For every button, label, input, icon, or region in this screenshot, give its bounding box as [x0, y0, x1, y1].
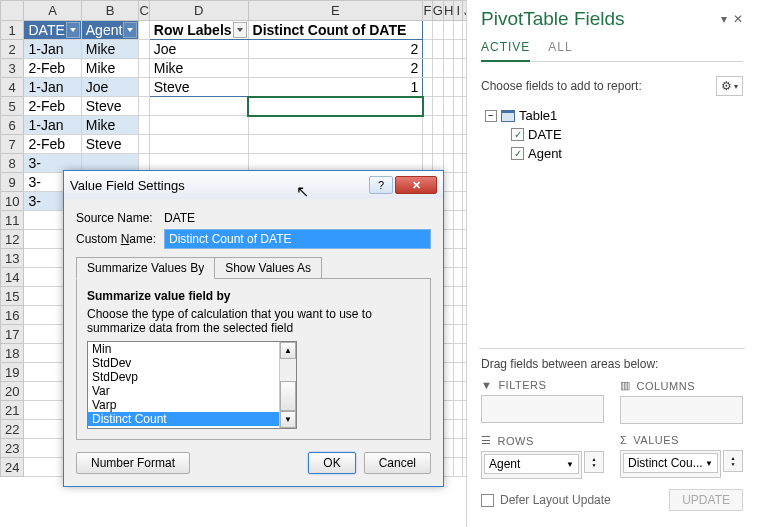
cell[interactable]	[423, 97, 433, 116]
row-header[interactable]: 11	[1, 211, 24, 230]
cell[interactable]	[149, 116, 248, 135]
cell[interactable]	[454, 230, 463, 249]
tree-table-node[interactable]: − Table1	[481, 106, 743, 125]
row-header[interactable]: 12	[1, 230, 24, 249]
listbox-item[interactable]: Min	[88, 342, 296, 356]
row-header[interactable]: 18	[1, 344, 24, 363]
rows-reorder-button[interactable]: ▲▼	[584, 451, 604, 473]
tab-all[interactable]: ALL	[548, 40, 572, 61]
tools-button[interactable]: ⚙▾	[716, 76, 743, 96]
cell[interactable]	[139, 97, 149, 116]
cell[interactable]	[454, 363, 463, 382]
cell[interactable]	[454, 21, 463, 40]
listbox-item[interactable]: Varp	[88, 398, 296, 412]
cell[interactable]	[443, 439, 453, 458]
col-header[interactable]: H	[443, 1, 453, 21]
cell[interactable]	[149, 135, 248, 154]
cell[interactable]	[139, 21, 149, 40]
cell[interactable]	[443, 420, 453, 439]
cell[interactable]	[443, 40, 453, 59]
cell[interactable]	[443, 230, 453, 249]
custom-name-input[interactable]	[164, 229, 431, 249]
cell[interactable]: 1-Jan	[24, 40, 81, 59]
cell[interactable]: DATE	[24, 21, 81, 40]
dialog-titlebar[interactable]: Value Field Settings ? ✕	[64, 171, 443, 199]
col-header[interactable]: I	[454, 1, 463, 21]
cell[interactable]: Agent	[81, 21, 139, 40]
cell[interactable]	[454, 97, 463, 116]
row-header[interactable]: 9	[1, 173, 24, 192]
cell[interactable]	[432, 116, 443, 135]
cell[interactable]	[454, 439, 463, 458]
filter-dropdown-icon[interactable]	[123, 22, 137, 38]
checkbox-checked-icon[interactable]: ✓	[511, 147, 524, 160]
cell[interactable]	[149, 97, 248, 116]
number-format-button[interactable]: Number Format	[76, 452, 190, 474]
cell[interactable]	[443, 382, 453, 401]
row-header[interactable]: 8	[1, 154, 24, 173]
panel-dropdown-icon[interactable]: ▾	[721, 12, 727, 26]
cell[interactable]	[432, 135, 443, 154]
row-header[interactable]: 21	[1, 401, 24, 420]
cell[interactable]	[443, 211, 453, 230]
cell[interactable]	[454, 458, 463, 477]
cell[interactable]	[443, 287, 453, 306]
listbox-item[interactable]: StdDev	[88, 356, 296, 370]
cell[interactable]: 2-Feb	[24, 135, 81, 154]
cell[interactable]	[454, 154, 463, 173]
filters-drop-area[interactable]	[481, 395, 604, 423]
cell[interactable]: 2-Feb	[24, 59, 81, 78]
cell[interactable]: Steve	[81, 97, 139, 116]
row-header[interactable]: 6	[1, 116, 24, 135]
cell[interactable]	[454, 211, 463, 230]
cell[interactable]	[454, 59, 463, 78]
col-header[interactable]: E	[248, 1, 423, 21]
cell[interactable]	[432, 59, 443, 78]
filter-dropdown-icon[interactable]	[233, 22, 247, 38]
tab-show-values-as[interactable]: Show Values As	[214, 257, 322, 278]
row-header[interactable]: 2	[1, 40, 24, 59]
columns-drop-area[interactable]	[620, 396, 743, 424]
cell[interactable]	[432, 78, 443, 97]
cell[interactable]: Steve	[149, 78, 248, 97]
scroll-down-button[interactable]: ▼	[280, 411, 296, 428]
row-header[interactable]: 5	[1, 97, 24, 116]
cell[interactable]	[248, 97, 423, 116]
tab-summarize-values-by[interactable]: Summarize Values By	[76, 257, 215, 279]
row-header[interactable]: 4	[1, 78, 24, 97]
cell[interactable]	[443, 268, 453, 287]
cell[interactable]: Steve	[81, 135, 139, 154]
cell[interactable]	[454, 420, 463, 439]
rows-drop-area[interactable]: Agent▼	[481, 451, 582, 479]
row-header[interactable]: 20	[1, 382, 24, 401]
values-reorder-button[interactable]: ▲▼	[723, 450, 743, 472]
cell[interactable]	[248, 135, 423, 154]
cell[interactable]	[454, 192, 463, 211]
cell[interactable]	[443, 135, 453, 154]
cell[interactable]	[443, 401, 453, 420]
cell[interactable]	[423, 21, 433, 40]
cell[interactable]: Distinct Count of DATE	[248, 21, 423, 40]
cell[interactable]: Mike	[149, 59, 248, 78]
values-drop-area[interactable]: Distinct Cou...▼	[620, 450, 721, 478]
cell[interactable]: Joe	[81, 78, 139, 97]
cell[interactable]: 1-Jan	[24, 116, 81, 135]
cell[interactable]	[443, 344, 453, 363]
scroll-thumb[interactable]	[280, 381, 296, 411]
col-header[interactable]: F	[423, 1, 433, 21]
row-header[interactable]: 24	[1, 458, 24, 477]
cell[interactable]	[443, 249, 453, 268]
cell[interactable]	[454, 306, 463, 325]
field-agent[interactable]: ✓ Agent	[481, 144, 743, 163]
panel-close-icon[interactable]: ✕	[733, 12, 743, 26]
col-header[interactable]: B	[81, 1, 139, 21]
cell[interactable]	[443, 97, 453, 116]
cell[interactable]	[443, 173, 453, 192]
cell[interactable]	[454, 135, 463, 154]
filter-dropdown-icon[interactable]	[66, 22, 80, 38]
checkbox-checked-icon[interactable]: ✓	[511, 128, 524, 141]
col-header[interactable]: C	[139, 1, 149, 21]
col-header[interactable]: D	[149, 1, 248, 21]
cell[interactable]	[139, 78, 149, 97]
cell[interactable]: 1	[248, 78, 423, 97]
